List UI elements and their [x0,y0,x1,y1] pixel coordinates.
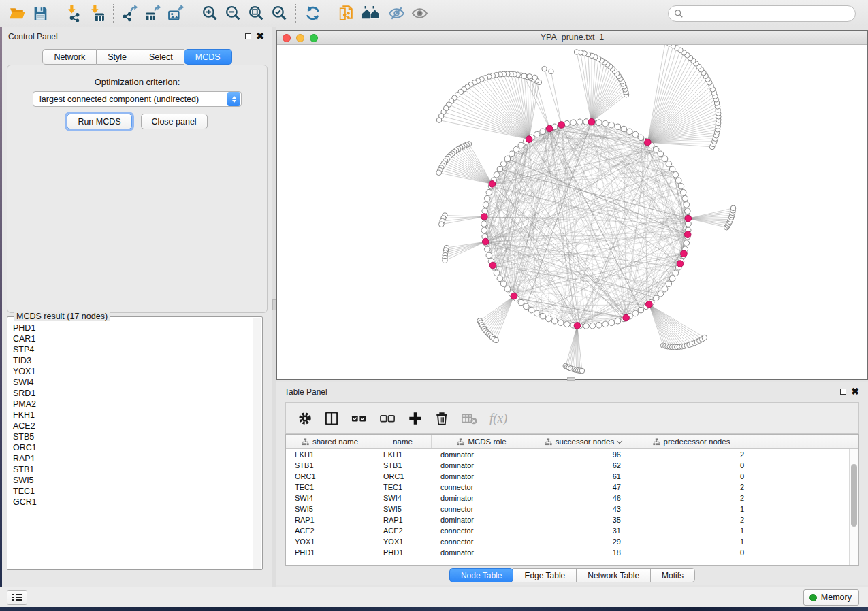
tab-mcds[interactable]: MCDS [184,49,232,65]
save-session-icon[interactable] [29,3,52,24]
zoom-fit-icon[interactable] [244,3,268,24]
table-row[interactable]: YOX1YOX1connector291 [286,536,849,547]
run-mcds-button[interactable]: Run MCDS [67,114,131,129]
export-network-icon[interactable] [118,3,142,24]
add-column-icon[interactable] [408,411,423,426]
show-all-icon[interactable] [408,3,431,24]
mcds-result-item[interactable]: SWI4 [13,377,253,388]
export-image-icon[interactable] [165,3,188,24]
network-view-titlebar[interactable]: YPA_prune.txt_1 [277,31,867,45]
mcds-result-item[interactable]: CAR1 [13,333,253,344]
column-header-shared-name[interactable]: shared name [286,435,374,448]
table-row[interactable]: TEC1TEC1connector472 [286,482,849,493]
table-row[interactable]: ORC1ORC1dominator610 [286,471,849,482]
mcds-result-item[interactable]: GCR1 [13,497,253,508]
table-row[interactable]: FKH1FKH1dominator962 [286,449,849,460]
table-cell: STB1 [286,461,374,469]
mcds-result-item[interactable]: ORC1 [13,442,253,453]
criterion-dropdown[interactable]: largest connected component (undirected) [33,91,242,107]
first-neighbors-icon[interactable] [357,3,385,24]
deselect-all-icon[interactable] [379,411,396,426]
mcds-result-item[interactable]: PHD1 [13,323,253,333]
import-network-icon[interactable] [62,3,85,24]
tab-network-table[interactable]: Network Table [577,568,651,582]
mcds-result-item[interactable]: YOX1 [13,366,253,377]
mcds-result-item[interactable]: RAP1 [13,453,253,464]
tab-select[interactable]: Select [138,49,184,65]
tab-network[interactable]: Network [42,49,97,65]
dropdown-stepper-icon [227,92,240,106]
delete-table-icon[interactable] [461,411,478,426]
tab-style[interactable]: Style [97,49,138,65]
show-columns-icon[interactable] [324,411,339,426]
table-row[interactable]: PHD1PHD1dominator180 [286,547,849,558]
mcds-result-item[interactable]: SWI5 [13,475,253,486]
sort-descending-icon [617,437,622,443]
float-panel-icon[interactable] [245,33,251,39]
table-row[interactable]: ACE2ACE2connector311 [286,525,849,536]
close-panel-icon[interactable]: ✖ [851,385,859,397]
close-panel-button[interactable]: Close panel [141,114,208,129]
open-file-icon[interactable] [5,3,29,24]
table-scrollbar[interactable] [849,449,858,565]
refresh-icon[interactable] [301,3,324,24]
mcds-result-item[interactable]: STP4 [13,344,253,355]
import-table-icon[interactable] [85,3,108,24]
close-panel-icon[interactable]: ✖ [256,30,264,42]
mcds-result-item[interactable]: SRD1 [13,388,253,399]
table-row[interactable]: RAP1RAP1dominator352 [286,514,849,525]
table-row[interactable]: STB1STB1dominator620 [286,460,849,471]
export-table-icon[interactable] [142,3,165,24]
splitter-handle[interactable] [567,377,575,381]
table-cell: YOX1 [286,538,374,546]
float-panel-icon[interactable] [840,389,846,395]
column-header-name[interactable]: name [374,435,432,448]
table-row[interactable]: SWI4SWI4dominator462 [286,493,849,503]
mcds-result-item[interactable]: TID3 [13,355,253,366]
mcds-result-group: MCDS result (17 nodes) PHD1CAR1STP4TID3Y… [7,316,263,570]
delete-column-trash-icon[interactable] [434,411,449,426]
mcds-result-item[interactable]: ACE2 [13,420,253,431]
search-input[interactable] [684,9,855,18]
scrollbar-thumb[interactable] [851,464,857,527]
mcds-result-item[interactable]: PMA2 [13,399,253,410]
table-cell: dominator [432,450,532,459]
mcds-result-item[interactable]: TEC1 [13,486,253,497]
table-panel-tabs: Node Table Edge Table Network Table Moti… [276,568,868,582]
table-cell: SWI4 [286,494,374,502]
table-cell: 2 [634,494,748,502]
zoom-selected-icon[interactable] [268,3,291,24]
column-header-successor-nodes[interactable]: successor nodes [532,435,634,448]
minimize-window-icon[interactable] [296,34,304,42]
table-cell: ACE2 [374,527,432,535]
tab-edge-table[interactable]: Edge Table [513,568,577,582]
search-box[interactable] [668,5,856,22]
column-header-predecessor-nodes[interactable]: predecessor nodes [634,435,748,448]
task-history-button[interactable] [7,590,27,605]
zoom-window-icon[interactable] [310,34,318,42]
new-network-from-selection-icon[interactable] [334,3,357,24]
mcds-result-list[interactable]: PHD1CAR1STP4TID3YOX1SWI4SRD1PMA2FKH1ACE2… [8,321,253,569]
close-window-icon[interactable] [283,34,291,42]
mcds-result-item[interactable]: FKH1 [13,410,253,420]
mcds-list-scrollbar[interactable] [253,318,261,569]
hide-selected-icon[interactable] [385,3,408,24]
table-cell: PHD1 [286,548,374,557]
network-canvas[interactable] [277,45,867,379]
zoom-out-icon[interactable] [221,3,244,24]
column-header-mcds-role[interactable]: MCDS role [432,435,532,448]
tab-node-table[interactable]: Node Table [449,568,514,582]
table-settings-gear-icon[interactable] [298,411,312,426]
network-column-icon [457,438,464,446]
table-row[interactable]: SWI5SWI5connector431 [286,503,849,514]
select-all-icon[interactable] [351,411,368,426]
function-builder-icon[interactable]: f(x) [489,411,507,426]
table-panel: Table Panel ✖ f(x) shared name name MCDS… [276,382,868,585]
mcds-result-item[interactable]: STB5 [13,431,253,442]
table-cell: dominator [432,516,532,524]
tab-motifs[interactable]: Motifs [651,568,695,582]
zoom-in-icon[interactable] [198,3,221,24]
memory-button[interactable]: Memory [803,589,859,606]
network-column-icon [302,438,309,446]
mcds-result-item[interactable]: STB1 [13,464,253,475]
